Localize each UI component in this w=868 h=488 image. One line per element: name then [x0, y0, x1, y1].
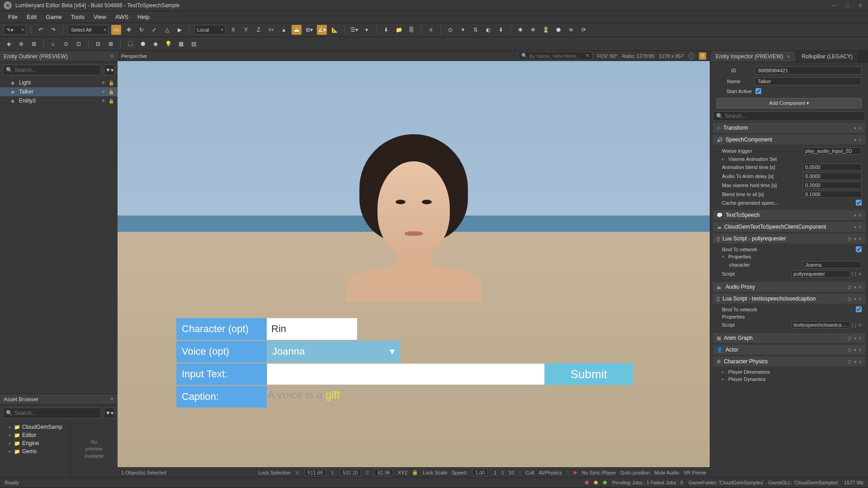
asset-search-input[interactable]	[14, 410, 98, 416]
speed-preset[interactable]: .1	[492, 470, 496, 475]
select-tool[interactable]: ▭	[111, 25, 121, 35]
menu-game[interactable]: Game	[41, 12, 66, 22]
component-lua-closedcaption[interactable]: {}Lua Script - texttospeechclosedcaption…	[713, 294, 865, 304]
component-audio-proxy[interactable]: 🔈Audio Proxy⊡▾≡	[713, 282, 865, 292]
move-tool[interactable]: ✥	[124, 25, 134, 35]
tb2-m[interactable]: ▦	[176, 39, 186, 49]
menu-help[interactable]: Help	[133, 12, 154, 22]
outliner-item-entity3[interactable]: ◈ Entity3 👁🔓	[0, 96, 118, 105]
status-dot-ok[interactable]	[603, 481, 607, 484]
visibility-icon[interactable]: 👁	[101, 80, 106, 85]
undo-button[interactable]: ↶	[36, 25, 46, 35]
clear-icon[interactable]: ✕	[858, 323, 862, 328]
play-button[interactable]: ▶	[175, 25, 184, 35]
id-field[interactable]	[755, 66, 862, 75]
rotate-tool[interactable]: ↻	[137, 25, 146, 35]
outliner-filter-button[interactable]: ▼▾	[104, 65, 115, 75]
lua-character-field[interactable]	[803, 261, 862, 268]
component-anim-graph[interactable]: ▦Anim Graph⊡▾≡	[713, 333, 865, 343]
status-dot-warning[interactable]	[594, 481, 598, 484]
menu-tools[interactable]: Tools	[66, 12, 89, 22]
expand-icon[interactable]: ▸	[722, 377, 726, 381]
component-speech[interactable]: 🔊SpeechComponent▾≡	[713, 135, 865, 145]
close-icon[interactable]: ✕	[787, 54, 790, 59]
grid-snap-button[interactable]: ⊞▾	[304, 25, 314, 35]
lua-script-field[interactable]	[792, 270, 850, 277]
asset-folder[interactable]: 📁Gems	[2, 447, 68, 455]
component-cloudgem[interactable]: ☁CloudGemTextToSpeechClientComponent▾≡	[713, 222, 865, 232]
tb2-d[interactable]: ⟀	[48, 39, 58, 49]
layers-icon[interactable]: ≡	[426, 25, 436, 35]
axis-xy-button[interactable]: XY	[266, 25, 276, 35]
lock-icon[interactable]: 🔓	[108, 99, 114, 103]
asset-browser-close-icon[interactable]: ✕	[110, 396, 114, 402]
asset-folder[interactable]: 📁Editor	[2, 431, 68, 439]
tb2-c[interactable]: ⊞	[29, 39, 39, 49]
tb2-n[interactable]: ▤	[189, 39, 198, 49]
lock-icon[interactable]: 🔒	[412, 469, 418, 475]
list-button[interactable]: ☰▾	[349, 25, 359, 35]
coord-z[interactable]: 62.96	[374, 469, 393, 476]
terrain-tool[interactable]: ▲	[279, 25, 289, 35]
aiphysics-toggle[interactable]: AI/Physics	[539, 470, 562, 475]
save-button[interactable]: ⬇	[381, 25, 391, 35]
viewport-label[interactable]: Perspective	[121, 53, 147, 59]
outliner-search-input[interactable]	[14, 67, 98, 73]
tool-h[interactable]: ⏳	[541, 25, 551, 35]
clear-search-icon[interactable]: ✕	[585, 53, 590, 59]
tb2-j[interactable]: ⬣	[138, 39, 148, 49]
ruler-tool[interactable]: 📐	[330, 25, 340, 35]
visibility-icon[interactable]: 👁	[101, 99, 106, 103]
expand-icon[interactable]: ▸	[722, 370, 726, 374]
tb2-f[interactable]: ⊡	[74, 39, 84, 49]
tool-d[interactable]: ◐	[483, 25, 493, 35]
axis-z-button[interactable]: Z	[254, 25, 264, 35]
angle-snap-button[interactable]: ∠▾	[317, 25, 327, 35]
max-hold-field[interactable]	[803, 182, 862, 189]
tts-submit-button[interactable]: Submit	[545, 363, 633, 385]
blend-time-field[interactable]	[803, 164, 862, 171]
xyz-toggle[interactable]: XYZ	[398, 470, 407, 475]
tool-f[interactable]: ✱	[515, 25, 525, 35]
coord-space-dropdown[interactable]: Local	[194, 25, 226, 35]
audio-icon[interactable]: 🎧	[125, 39, 135, 49]
speed-value[interactable]: 1.00	[472, 469, 488, 476]
lightbulb-icon[interactable]: 💡	[163, 39, 173, 49]
tool-j[interactable]: ≋	[566, 25, 576, 35]
tb2-a[interactable]: ◈	[4, 39, 14, 49]
open-script-icon[interactable]: { }	[852, 323, 856, 328]
coll-toggle[interactable]: Coll	[526, 470, 534, 475]
menu-view[interactable]: View	[89, 12, 111, 22]
start-active-checkbox[interactable]	[755, 88, 761, 94]
select-all-dropdown[interactable]: Select All	[68, 25, 108, 35]
component-tts[interactable]: 💬TextToSpeech▾≡	[713, 210, 865, 220]
folder-button[interactable]: 📁	[394, 25, 404, 35]
coord-x[interactable]: 511.69	[305, 469, 326, 476]
snap-terrain-button[interactable]: ⛰	[292, 25, 302, 35]
axis-y-button[interactable]: Y	[241, 25, 251, 35]
cache-speech-checkbox[interactable]	[856, 200, 862, 206]
tb2-h[interactable]: ⊠	[106, 39, 116, 49]
component-character-physics[interactable]: ⚙Character Physics⊡▾≡	[713, 357, 865, 366]
asset-folder[interactable]: 📁CloudGemSamp	[2, 423, 68, 431]
lock-icon[interactable]: 🔓	[108, 80, 114, 85]
expand-icon[interactable]: ▾	[722, 254, 726, 259]
bind-network-checkbox[interactable]	[856, 246, 862, 252]
help-icon[interactable]: ?	[699, 52, 706, 60]
viewport-search-input[interactable]	[529, 53, 584, 59]
expand-icon[interactable]: ▸	[722, 157, 726, 161]
angle-tool[interactable]: △	[162, 25, 172, 35]
tool-c[interactable]: ⇅	[471, 25, 481, 35]
tts-input-text[interactable]	[267, 363, 545, 385]
info-icon[interactable]: i	[688, 53, 694, 59]
tb2-g[interactable]: ⊟	[93, 39, 103, 49]
tb2-k[interactable]: ◉	[151, 39, 160, 49]
tb2-e[interactable]: ⊙	[61, 39, 71, 49]
layers-button[interactable]: ▾	[362, 25, 372, 35]
minimize-button[interactable]: —	[830, 2, 839, 9]
outliner-item-talker[interactable]: ◈ Talker 👁🔓	[0, 87, 118, 96]
coord-y[interactable]: 532.20	[340, 469, 361, 476]
vr-preview[interactable]: VR Previe	[684, 470, 706, 475]
maximize-button[interactable]: □	[844, 2, 851, 9]
scale-tool[interactable]: ⤢	[149, 25, 159, 35]
